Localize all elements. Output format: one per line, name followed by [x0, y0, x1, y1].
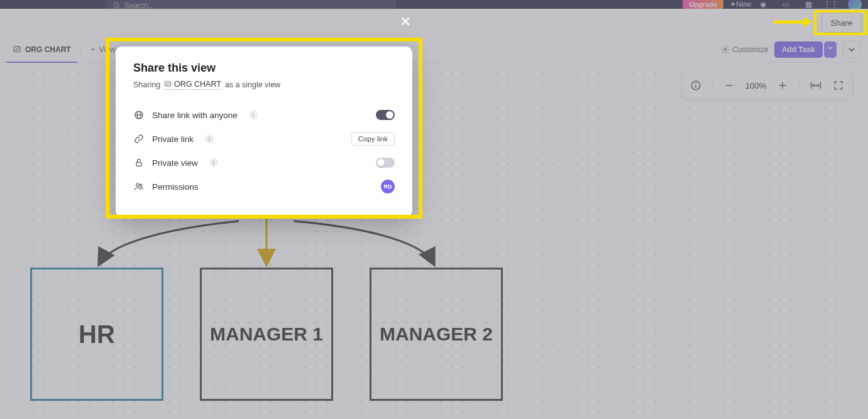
close-icon[interactable]: ✕	[400, 14, 411, 30]
row-permissions: Permissions RD	[133, 174, 395, 199]
row-share-anyone: Share link with anyone i	[133, 104, 395, 126]
row-private-link: Private link i Copy link	[133, 126, 395, 151]
private-view-toggle[interactable]	[376, 158, 395, 168]
modal-subtitle: Sharing ORG CHART as a single view	[133, 80, 395, 90]
people-icon	[133, 181, 145, 192]
lock-icon	[133, 157, 145, 168]
info-icon[interactable]: i	[249, 111, 258, 119]
whiteboard-icon	[164, 80, 172, 88]
svg-point-20	[140, 184, 142, 186]
info-icon[interactable]: i	[209, 158, 218, 167]
globe-icon	[133, 109, 145, 121]
share-anyone-toggle[interactable]	[376, 110, 395, 120]
info-icon[interactable]: i	[205, 134, 214, 143]
view-chip[interactable]: ORG CHART	[164, 80, 221, 90]
permissions-avatar[interactable]: RD	[381, 180, 395, 193]
share-view-modal: Share this view Sharing ORG CHART as a s…	[116, 46, 412, 217]
svg-rect-18	[136, 162, 141, 166]
svg-point-19	[136, 183, 140, 187]
copy-link-button[interactable]: Copy link	[351, 132, 395, 146]
row-private-view: Private view i	[133, 151, 395, 174]
modal-title: Share this view	[133, 62, 395, 75]
link-icon	[133, 133, 145, 144]
